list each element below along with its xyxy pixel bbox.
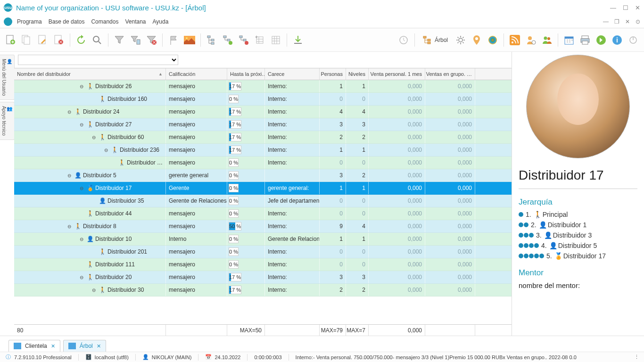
location-icon[interactable] <box>470 33 484 47</box>
mdi-minimize-icon[interactable]: — <box>603 18 609 25</box>
bottom-tab[interactable]: Árbol✕ <box>63 340 106 352</box>
menu-base-de-datos[interactable]: Base de datos <box>49 18 85 25</box>
mdi-restore-icon[interactable]: ❐ <box>614 18 619 25</box>
row-carece: Interno: <box>265 106 320 118</box>
table-row[interactable]: 🚶Distribuidor 201mensajero0 %Interno:000… <box>14 246 512 258</box>
collapse-icon[interactable]: ⊖ <box>91 287 97 293</box>
flag-icon[interactable] <box>166 33 181 47</box>
table-row[interactable]: ⊖🚶Distribuidor 26mensajero17 %Interno:11… <box>14 80 512 93</box>
col-header-vp[interactable]: Venta personal. 1 mes <box>369 68 425 80</box>
collapse-icon[interactable]: ⊖ <box>78 83 85 90</box>
hierarchy-item[interactable]: 1. 🚶 Principal <box>519 211 637 218</box>
row-cal: mensajero <box>166 284 227 296</box>
table-row[interactable]: ⊖👤Distribuidor 10Interno0 %Gerente de Re… <box>14 233 512 246</box>
progress-bar: 17 % <box>229 273 241 281</box>
copy-doc-icon[interactable] <box>20 33 34 47</box>
delete-doc-icon[interactable] <box>52 33 66 47</box>
collapse-icon[interactable]: ⊖ <box>66 223 73 230</box>
collapse-icon[interactable]: ⊖ <box>78 274 85 280</box>
menu-ventana[interactable]: Ventana <box>125 18 146 25</box>
tree-expand-icon[interactable] <box>221 33 235 47</box>
power-icon[interactable] <box>626 33 640 47</box>
grid-icon[interactable] <box>269 33 283 47</box>
arbol-button[interactable]: Árbol <box>419 33 452 47</box>
print-icon[interactable] <box>578 33 592 47</box>
tab-close-icon[interactable]: ✕ <box>97 343 101 349</box>
hier-person-icon: 👤 <box>544 231 551 239</box>
table-row[interactable]: 🚶Distribuidor 44mensajero0 %Interno:000,… <box>14 207 512 220</box>
tree-collapse-icon[interactable] <box>205 33 219 47</box>
table-row[interactable]: ⊖🚶Distribuidor 24mensajero17 %Interno:44… <box>14 106 512 118</box>
rss-icon[interactable] <box>508 33 522 47</box>
collapse-icon[interactable]: ⊖ <box>66 172 73 179</box>
hierarchy-item[interactable]: 5. 🏅 Distribuidor 17 <box>519 252 637 260</box>
calendar-icon[interactable] <box>562 33 576 47</box>
status-more-icon[interactable]: ⋮ <box>634 354 639 360</box>
menu-ayuda[interactable]: Ayuda <box>153 18 169 25</box>
table-row[interactable]: ⊖🚶Distribuidor 8mensajero50 %Interno:940… <box>14 220 512 233</box>
grid-add-icon[interactable]: + <box>253 33 267 47</box>
collapse-icon[interactable]: ⊖ <box>103 147 109 153</box>
bottom-tab[interactable]: Clientela✕ <box>8 340 60 352</box>
collapse-icon[interactable]: ⊖ <box>91 134 97 140</box>
table-row[interactable]: 🚶Distribuidor …mensajero0 %Interno:000,0… <box>14 156 512 169</box>
person-icon: 🚶 <box>74 223 81 230</box>
maximize-icon[interactable]: ☐ <box>623 4 628 11</box>
hierarchy-item[interactable]: 4. 👤 Distribuidor 5 <box>519 242 637 249</box>
tree-minus-icon[interactable] <box>237 33 251 47</box>
menu-programa[interactable]: Programa <box>17 18 42 25</box>
table-row[interactable]: ⊖🏅Distribuidor 17Gerente0 %gerente gener… <box>14 182 512 195</box>
menu-comandos[interactable]: Comandos <box>91 18 118 25</box>
side-tab-support[interactable]: 👥Apoyo técnico <box>0 102 15 140</box>
mdi-settings-icon[interactable]: ⊙ <box>636 18 640 25</box>
col-header-vg[interactable]: Ventas en grupo. … <box>425 68 475 80</box>
collapse-icon[interactable]: ⊖ <box>78 121 85 128</box>
table-row[interactable]: 🚶Distribuidor 160mensajero0 %Interno:000… <box>14 93 512 106</box>
filter-icon[interactable] <box>112 33 126 47</box>
hierarchy-item[interactable]: 2. 👤 Distribuidor 1 <box>519 221 637 229</box>
refresh-icon[interactable] <box>74 33 88 47</box>
close-icon[interactable]: ✕ <box>635 4 640 11</box>
grid-body[interactable]: ⊖🚶Distribuidor 26mensajero17 %Interno:11… <box>14 80 512 324</box>
user-gear-icon[interactable] <box>524 33 538 47</box>
table-row[interactable]: 👤Distribuidor 35Gerente de Relaciones …0… <box>14 195 512 207</box>
col-header-hasta[interactable]: Hasta la próxi… <box>227 68 265 80</box>
col-header-cal[interactable]: Calificación <box>166 68 227 80</box>
gear-icon[interactable] <box>454 33 468 47</box>
table-row[interactable]: ⊖👤Distribuidor 5gerente general0 %320,00… <box>14 169 512 182</box>
row-cal: mensajero <box>166 207 227 220</box>
picture-icon[interactable] <box>182 33 197 47</box>
collapse-icon[interactable]: ⊖ <box>78 236 85 242</box>
col-header-name[interactable]: Nombre del distribuidor▲ <box>14 68 166 80</box>
minimize-icon[interactable]: — <box>610 4 616 11</box>
tab-close-icon[interactable]: ✕ <box>51 343 55 349</box>
table-row[interactable]: ⊖🚶Distribuidor 20mensajero17 %Interno:33… <box>14 271 512 284</box>
mdi-close-icon[interactable]: ✕ <box>625 18 630 25</box>
status-db: localhost (utf8) <box>95 354 129 360</box>
color-icon[interactable] <box>486 33 500 47</box>
row-carece: Jefe del departamento: <box>265 195 320 207</box>
col-header-niv[interactable]: Niveles <box>346 68 369 80</box>
table-row[interactable]: ⊖🚶Distribuidor 236mensajero17 %Interno:1… <box>14 144 512 156</box>
search-icon[interactable] <box>90 33 104 47</box>
hierarchy-item[interactable]: 3. 👤 Distribuidor 3 <box>519 231 637 239</box>
forward-icon[interactable] <box>594 33 608 47</box>
table-row[interactable]: 🚶Distribuidor 111mensajero0 %Interno:000… <box>14 258 512 271</box>
col-header-carece[interactable]: Carece <box>265 68 320 80</box>
users-icon[interactable] <box>540 33 554 47</box>
edit-doc-icon[interactable] <box>36 33 50 47</box>
filter-settings-icon[interactable] <box>128 33 142 47</box>
table-row[interactable]: ⊖🚶Distribuidor 60mensajero17 %Interno:22… <box>14 131 512 144</box>
collapse-icon[interactable]: ⊖ <box>66 108 73 115</box>
collapse-icon[interactable]: ⊖ <box>78 185 85 191</box>
history-icon[interactable] <box>396 33 411 47</box>
filter-select[interactable] <box>18 55 178 65</box>
info-icon[interactable]: i <box>610 33 624 47</box>
table-row[interactable]: ⊖🚶Distribuidor 30mensajero17 %Interno:22… <box>14 284 512 296</box>
new-doc-icon[interactable] <box>4 33 18 47</box>
download-icon[interactable] <box>291 33 305 47</box>
col-header-pers[interactable]: Personas <box>320 68 346 80</box>
side-tab-user-menu[interactable]: 👤Menú del Usuario <box>0 55 15 100</box>
filter-clear-icon[interactable] <box>144 33 158 47</box>
table-row[interactable]: ⊖🚶Distribuidor 27mensajero17 %Interno:33… <box>14 118 512 131</box>
